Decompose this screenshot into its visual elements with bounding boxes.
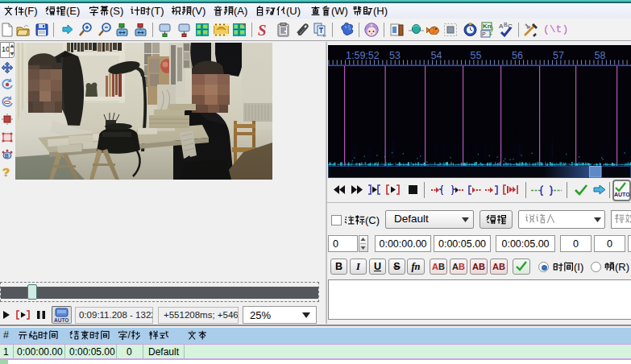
svg-text:53: 53 bbox=[389, 50, 401, 61]
svg-text:P: P bbox=[482, 31, 486, 37]
svg-text:55: 55 bbox=[471, 50, 482, 61]
svg-text:B: B bbox=[5, 153, 9, 159]
svg-text:Kn: Kn bbox=[483, 23, 492, 30]
svg-text:56: 56 bbox=[512, 50, 523, 61]
svg-text:58: 58 bbox=[595, 50, 606, 61]
svg-text:57: 57 bbox=[553, 50, 564, 61]
svg-text:1:59:52: 1:59:52 bbox=[346, 50, 380, 61]
svg-text:54: 54 bbox=[431, 50, 442, 61]
